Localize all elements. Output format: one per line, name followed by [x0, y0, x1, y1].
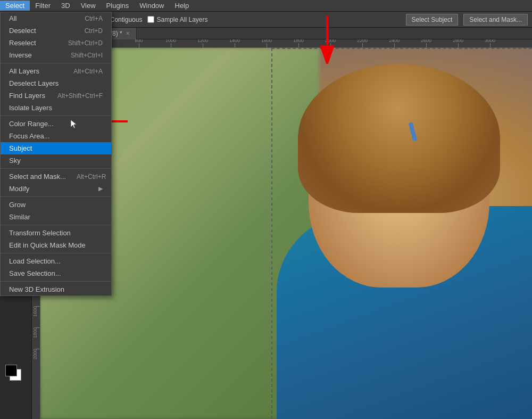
- menu-item-sky[interactable]: Sky: [1, 154, 111, 167]
- menu-item-similar[interactable]: Similar: [1, 211, 111, 223]
- menu-3d[interactable]: 3D: [56, 1, 76, 11]
- ruler-tick-label-h-1000: 1000: [165, 39, 176, 43]
- menubar: Select Filter 3D View Plugins Window Hel…: [0, 0, 532, 12]
- child-hair: [298, 64, 500, 213]
- menu-item-focus-area[interactable]: Focus Area...: [1, 130, 111, 142]
- menu-sep-6: [1, 253, 111, 253]
- select-subject-button[interactable]: Select Subject: [406, 14, 459, 26]
- ruler-tick-h-1200: [203, 43, 203, 47]
- ruler-tick-v-1600: [36, 306, 40, 307]
- menu-item-subject[interactable]: Subject: [1, 142, 111, 154]
- ruler-tick-label-h-1600: 1600: [261, 39, 272, 43]
- ruler-tick-h-2200: [362, 43, 363, 47]
- ruler-tick-label-h-2000: 2000: [325, 39, 336, 43]
- menu-select[interactable]: Select: [0, 1, 30, 11]
- ruler-tick-h-1000: [171, 43, 171, 47]
- ruler-tick-label-h-2400: 2400: [389, 39, 400, 43]
- ruler-tick-h-2800: [458, 43, 459, 47]
- ruler-tick-h-2000: [330, 43, 331, 47]
- ruler-tick-h-1400: [235, 43, 235, 47]
- sample-all-label: Sample All Layers: [156, 16, 207, 23]
- menu-item-color-range[interactable]: Color Range...: [1, 118, 111, 130]
- menu-item-grow[interactable]: Grow: [1, 199, 111, 211]
- ruler-tick-label-h-800: 800: [135, 39, 143, 43]
- foreground-color-swatch[interactable]: [5, 365, 17, 376]
- ruler-tick-h-800: [139, 43, 139, 47]
- menu-item-reselect[interactable]: Reselect Shift+Ctrl+D: [1, 37, 111, 49]
- sample-all-checkbox[interactable]: [147, 16, 154, 23]
- sample-all-group: Sample All Layers: [147, 16, 207, 23]
- menu-item-inverse[interactable]: Inverse Shift+Ctrl+I: [1, 49, 111, 61]
- menu-sep-7: [1, 281, 111, 282]
- select-menu-panel: All Ctrl+A Deselect Ctrl+D Reselect Shif…: [0, 12, 112, 296]
- ruler-tick-label-h-2600: 2600: [421, 39, 431, 43]
- menu-sep-2: [1, 116, 111, 116]
- ruler-tick-label-h-1400: 1400: [229, 39, 240, 43]
- menu-plugins[interactable]: Plugins: [101, 1, 135, 11]
- ruler-tick-label-h-2800: 2800: [453, 39, 463, 43]
- menu-item-all-layers[interactable]: All Layers Alt+Ctrl+A: [1, 65, 111, 77]
- ruler-tick-h-2400: [394, 43, 395, 47]
- menu-sep-3: [1, 168, 111, 169]
- menu-window[interactable]: Window: [134, 1, 169, 11]
- menu-filter[interactable]: Filter: [30, 1, 56, 11]
- menu-item-modify[interactable]: Modify ▶: [1, 183, 111, 195]
- ruler-tick-label-h-1200: 1200: [197, 39, 208, 43]
- menu-item-edit-quick-mask[interactable]: Edit in Quick Mask Mode: [1, 239, 111, 251]
- ruler-tick-label-v-2000: 2000: [32, 349, 38, 359]
- ruler-tick-h-3000: [490, 43, 491, 47]
- ruler-tick-v-2000: [36, 349, 40, 349]
- menu-item-select-and-mask[interactable]: Select and Mask... Alt+Ctrl+R: [1, 170, 111, 183]
- menu-item-load-selection[interactable]: Load Selection...: [1, 255, 111, 267]
- ruler-tick-v-1800: [36, 327, 40, 328]
- ruler-tick-h-2600: [426, 43, 427, 47]
- ruler-tick-label-h-3000: 3000: [485, 39, 495, 43]
- ruler-horizontal: 2004006008001000120014001600180020002200…: [40, 39, 532, 48]
- ruler-tick-label-h-1800: 1800: [293, 39, 304, 43]
- menu-sep-5: [1, 225, 111, 225]
- submenu-arrow: ▶: [98, 185, 103, 192]
- menu-sep-4: [1, 196, 111, 197]
- ruler-tick-h-1600: [267, 43, 267, 47]
- menu-item-transform-selection[interactable]: Transform Selection: [1, 227, 111, 239]
- ruler-tick-h-1800: [298, 43, 299, 47]
- menu-item-find-layers[interactable]: Find Layers Alt+Shift+Ctrl+F: [1, 89, 111, 102]
- menu-item-deselect[interactable]: Deselect Ctrl+D: [1, 24, 111, 37]
- color-swatches: [5, 365, 17, 376]
- menu-item-isolate-layers[interactable]: Isolate Layers: [1, 102, 111, 114]
- menu-sep-1: [1, 63, 111, 63]
- menu-item-save-selection[interactable]: Save Selection...: [1, 267, 111, 280]
- ruler-tick-label-v-1800: 1800: [32, 327, 38, 338]
- select-and-mask-button[interactable]: Select and Mask...: [463, 14, 528, 26]
- canvas-area: [40, 48, 532, 419]
- contiguous-label: Contiguous: [110, 16, 143, 23]
- ruler-tick-label-v-1600: 1600: [32, 306, 38, 317]
- close-tab-icon[interactable]: ✕: [126, 30, 130, 36]
- menu-item-deselect-layers[interactable]: Deselect Layers: [1, 77, 111, 89]
- menu-help[interactable]: Help: [170, 1, 195, 11]
- ruler-tick-label-h-2200: 2200: [357, 39, 368, 43]
- menu-item-new-3d-extrusion[interactable]: New 3D Extrusion: [1, 283, 111, 295]
- menu-item-all[interactable]: All Ctrl+A: [1, 12, 111, 24]
- menu-view[interactable]: View: [76, 1, 101, 11]
